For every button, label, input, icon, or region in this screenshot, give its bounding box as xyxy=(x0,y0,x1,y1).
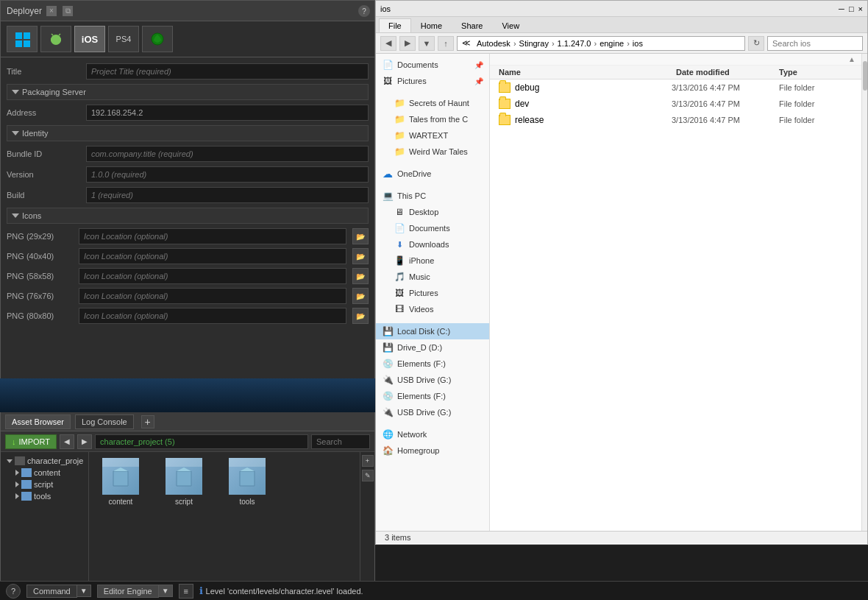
ab-import-button[interactable]: ↓ IMPORT xyxy=(5,434,57,449)
sidebar-item-usb-g[interactable]: USB Drive (G:) xyxy=(376,372,489,388)
browse-button-0[interactable]: 📂 xyxy=(352,228,369,244)
sidebar-item-onedrive[interactable]: OneDrive xyxy=(376,166,489,182)
fe-scrollbar[interactable] xyxy=(861,54,867,531)
browse-button-3[interactable]: 📂 xyxy=(352,288,369,304)
sidebar-item-wartext[interactable]: WARTEXT xyxy=(388,127,489,144)
icon-input-3[interactable] xyxy=(79,288,346,304)
icons-section[interactable]: Icons xyxy=(7,208,369,224)
platform-tab-ios[interactable]: iOS xyxy=(74,26,105,52)
bundle-id-input[interactable] xyxy=(86,146,369,162)
ab-tree-item-tools[interactable]: tools xyxy=(4,490,85,502)
ab-tree-item-script[interactable]: script xyxy=(4,479,85,490)
ab-action-btn-0[interactable]: + xyxy=(362,455,374,467)
sidebar-item-music[interactable]: Music xyxy=(388,269,489,285)
folder-icon-release xyxy=(499,115,511,125)
fe-back-button[interactable]: ◀ xyxy=(380,36,396,51)
sidebar-item-elements-f2[interactable]: 💿 Elements (F:) xyxy=(376,388,489,404)
col-header-name[interactable]: Name xyxy=(499,68,676,77)
browse-button-4[interactable]: 📂 xyxy=(352,308,369,324)
icon-input-0[interactable] xyxy=(79,228,346,244)
float-icon[interactable]: ⧉ xyxy=(63,6,73,16)
icon-input-4[interactable] xyxy=(79,308,346,324)
version-input[interactable] xyxy=(86,166,369,183)
sidebar-item-drive-d[interactable]: Drive_D (D:) xyxy=(376,339,489,356)
path-item-0[interactable]: ≪ xyxy=(462,38,471,48)
table-row[interactable]: dev 3/13/2016 4:47 PM File folder xyxy=(490,96,861,112)
path-item-autodesk[interactable]: Autodesk xyxy=(477,39,511,48)
sidebar-item-iphone[interactable]: iPhone xyxy=(388,253,489,269)
list-item[interactable]: script xyxy=(158,458,210,506)
scrollbar-thumb[interactable] xyxy=(863,61,867,91)
platform-tab-android[interactable] xyxy=(40,26,71,52)
sidebar-item-videos[interactable]: Videos xyxy=(388,301,489,317)
path-item-engine[interactable]: engine xyxy=(600,39,624,48)
sidebar-item-desktop[interactable]: Desktop xyxy=(388,204,489,220)
ab-search-input[interactable] xyxy=(311,434,370,449)
ab-forward-button[interactable]: ▶ xyxy=(77,434,92,449)
sidebar-item-this-pc[interactable]: This PC xyxy=(376,188,489,204)
sidebar-item-secrets[interactable]: Secrets of Haunt xyxy=(388,95,489,111)
command-button[interactable]: Command xyxy=(26,585,77,598)
sidebar-item-documents2[interactable]: Documents xyxy=(388,220,489,236)
sidebar-item-homegroup[interactable]: Homegroup xyxy=(376,442,489,459)
sidebar-item-pictures[interactable]: Pictures 📌 xyxy=(376,73,489,89)
sidebar-item-local-disk[interactable]: Local Disk (C:) xyxy=(376,323,489,339)
address-input[interactable] xyxy=(86,105,369,121)
sidebar-item-elements-f[interactable]: 💿 Elements (F:) xyxy=(376,356,489,372)
col-header-type[interactable]: Type xyxy=(779,68,853,77)
identity-section[interactable]: Identity xyxy=(7,125,369,141)
path-item-ios[interactable]: ios xyxy=(633,39,643,48)
ab-back-button[interactable]: ◀ xyxy=(60,434,74,449)
bottom-help-button[interactable]: ? xyxy=(6,584,21,599)
list-item[interactable]: tools xyxy=(221,458,273,506)
fe-maximize-btn[interactable]: □ xyxy=(849,4,854,13)
deployer-help-button[interactable]: ? xyxy=(358,5,370,17)
ab-tab-browser[interactable]: Asset Browser xyxy=(5,414,71,429)
fe-tab-file[interactable]: File xyxy=(379,18,411,32)
col-header-date[interactable]: Date modified xyxy=(676,68,779,77)
align-button[interactable]: ≡ xyxy=(179,584,193,599)
icon-input-1[interactable] xyxy=(79,248,346,264)
browse-button-2[interactable]: 📂 xyxy=(352,268,369,284)
fe-search-input[interactable] xyxy=(767,36,863,51)
fe-address-path[interactable]: ≪ Autodesk › Stingray › 1.1.247.0 › engi… xyxy=(457,36,745,51)
icon-input-2[interactable] xyxy=(79,268,346,284)
platform-tab-windows[interactable] xyxy=(7,26,38,52)
title-input[interactable] xyxy=(86,63,369,80)
fe-recent-button[interactable]: ▼ xyxy=(419,36,435,51)
sidebar-item-weird[interactable]: Weird War Tales xyxy=(388,144,489,160)
sidebar-item-usb-g2[interactable]: USB Drive (G:) xyxy=(376,404,489,420)
close-icon[interactable]: × xyxy=(46,6,57,16)
engine-dropdown-arrow[interactable]: ▼ xyxy=(159,585,173,597)
command-dropdown-arrow[interactable]: ▼ xyxy=(77,585,91,597)
ab-tab-console[interactable]: Log Console xyxy=(75,414,134,429)
packaging-server-section[interactable]: Packaging Server xyxy=(7,84,369,100)
list-item[interactable]: content xyxy=(95,458,146,506)
ab-tree-item-content[interactable]: content xyxy=(4,467,85,479)
fe-tab-home[interactable]: Home xyxy=(411,18,452,32)
fe-tab-share[interactable]: Share xyxy=(452,18,492,32)
engine-button[interactable]: Editor Engine xyxy=(97,585,159,598)
ab-action-btn-1[interactable]: ✎ xyxy=(362,470,374,481)
sidebar-item-documents[interactable]: Documents 📌 xyxy=(376,57,489,73)
fe-tab-view[interactable]: View xyxy=(492,18,529,32)
fe-up-button[interactable]: ↑ xyxy=(438,36,454,51)
platform-tab-ps4[interactable]: PS4 xyxy=(108,26,139,52)
fe-refresh-button[interactable]: ↻ xyxy=(748,36,764,51)
fe-forward-button[interactable]: ▶ xyxy=(399,36,416,51)
sidebar-item-tales[interactable]: Tales from the C xyxy=(388,111,489,127)
platform-tab-xbox[interactable] xyxy=(142,26,173,52)
fe-minimize-btn[interactable]: ─ xyxy=(839,4,844,13)
sidebar-item-pictures2[interactable]: Pictures xyxy=(388,285,489,301)
browse-button-1[interactable]: 📂 xyxy=(352,248,369,264)
fe-close-btn[interactable]: × xyxy=(858,4,863,13)
ab-add-button[interactable]: + xyxy=(141,415,154,428)
table-row[interactable]: debug 3/13/2016 4:47 PM File folder xyxy=(490,80,861,96)
table-row[interactable]: release 3/13/2016 4:47 PM File folder xyxy=(490,112,861,128)
build-input[interactable] xyxy=(86,187,369,203)
path-item-stingray[interactable]: Stingray xyxy=(519,39,549,48)
path-item-version[interactable]: 1.1.247.0 xyxy=(558,39,591,48)
sidebar-item-network[interactable]: Network xyxy=(376,426,489,442)
ab-tree-item-root[interactable]: character_proje xyxy=(4,455,85,467)
sidebar-item-downloads[interactable]: Downloads xyxy=(388,236,489,253)
